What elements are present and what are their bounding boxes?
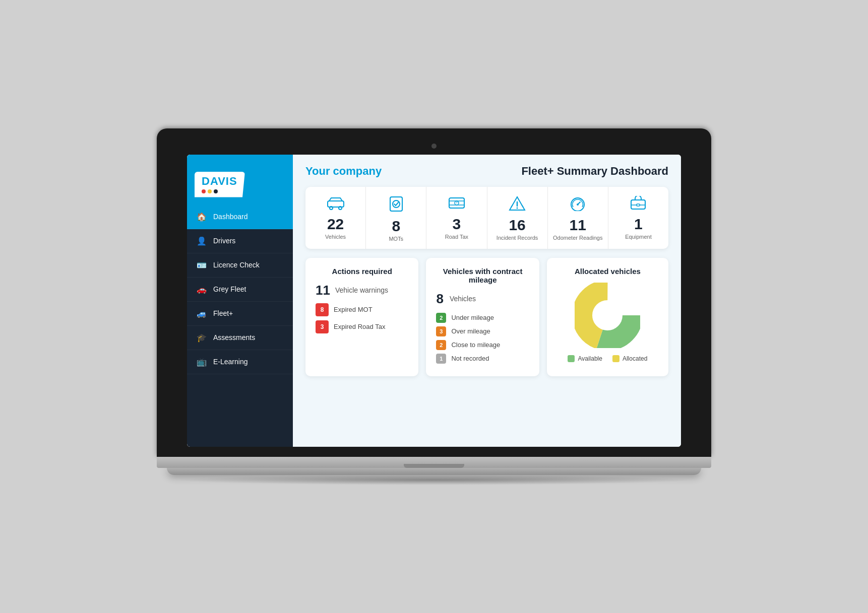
sidebar-item-grey-fleet[interactable]: 🚗 Grey Fleet [187,278,293,302]
allocated-vehicles-card: Allocated vehicles [547,258,668,376]
sidebar-label-elearning: E-Learning [213,358,248,366]
sidebar-label-drivers: Drivers [213,237,235,245]
mots-label: MOTs [389,236,403,242]
contract-mileage-card: Vehicles with contract mileage 8 Vehicle… [426,258,539,376]
svg-rect-0 [328,201,344,207]
dot-yellow [208,189,212,193]
camera [431,144,437,149]
incident-icon [509,196,526,214]
pie-chart [575,283,640,348]
stat-road-tax[interactable]: 3 Road Tax [426,187,487,249]
actions-required-card: Actions required 11 Vehicle warnings 8 E… [305,258,418,376]
sidebar-item-dashboard[interactable]: 🏠 Dashboard [187,205,293,229]
close-mileage-badge: 2 [436,340,446,350]
car-icon-fleet: 🚙 [196,309,207,318]
mots-icon [389,196,404,215]
incident-count: 16 [509,218,525,233]
vehicles-icon [327,196,345,213]
laptop-foot [167,468,701,475]
vehicles-count: 22 [327,217,344,232]
svg-point-10 [517,207,518,209]
contract-mileage-title: Vehicles with contract mileage [436,267,529,284]
logo-dots [202,189,238,193]
actions-required-title: Actions required [316,267,408,276]
odometer-count: 11 [570,218,586,233]
stat-odometer[interactable]: 11 Odometer Readings [548,187,608,249]
under-mileage-badge: 2 [436,313,446,323]
under-mileage-label: Under mileage [451,314,494,321]
under-mileage-row[interactable]: 2 Under mileage [436,313,529,323]
expired-road-tax-label: Expired Road Tax [334,323,385,330]
sidebar-label-fleet-plus: Fleet+ [213,309,233,317]
screen-bezel: DAVIS 🏠 Dashboard 👤 [157,128,711,457]
mileage-total-count: 8 [436,291,443,307]
laptop-base [157,457,711,468]
sidebar-item-elearning[interactable]: 📺 E-Learning [187,350,293,374]
sidebar-item-drivers[interactable]: 👤 Drivers [187,229,293,253]
vehicle-warnings-count: 11 [316,283,330,298]
legend-dot-allocated [612,355,619,362]
home-icon: 🏠 [196,212,207,222]
not-recorded-badge: 1 [436,354,446,364]
over-mileage-label: Over mileage [451,327,490,335]
allocated-vehicles-title: Allocated vehicles [557,267,658,276]
logo-badge: DAVIS [195,172,245,197]
expired-road-tax-row[interactable]: 3 Expired Road Tax [316,320,408,333]
incident-label: Incident Records [497,235,538,241]
vehicle-warnings-row: 11 Vehicle warnings [316,283,408,298]
road-tax-label: Road Tax [445,234,468,240]
stat-vehicles[interactable]: 22 Vehicles [305,187,366,249]
not-recorded-row[interactable]: 1 Not recorded [436,354,529,364]
equipment-icon [630,196,646,213]
elearning-icon: 📺 [196,357,207,367]
mileage-total-row: 8 Vehicles [436,291,529,307]
sidebar-label-grey-fleet: Grey Fleet [213,285,246,293]
pie-svg [575,283,640,348]
logo-area: DAVIS [187,155,293,205]
mileage-total-label: Vehicles [450,295,476,303]
sidebar-label-dashboard: Dashboard [213,213,248,221]
person-icon: 👤 [196,236,207,246]
svg-point-13 [577,203,579,206]
expired-mot-row[interactable]: 8 Expired MOT [316,303,408,316]
sidebar-item-licence-check[interactable]: 🪪 Licence Check [187,253,293,278]
expired-mot-label: Expired MOT [334,306,373,313]
svg-point-2 [339,207,342,210]
close-mileage-label: Close to mileage [451,341,500,349]
legend-dot-available [568,355,575,362]
stats-row: 22 Vehicles 8 MOTs [305,187,668,249]
car-icon-grey: 🚗 [196,285,207,294]
pie-legend: Available Allocated [568,355,647,362]
vehicle-warnings-label: Vehicle warnings [335,286,388,294]
equipment-count: 1 [634,217,643,232]
odometer-icon [569,196,586,214]
dashboard-title: Fleet+ Summary Dashboard [521,165,668,178]
not-recorded-label: Not recorded [451,355,489,362]
laptop-shadow [177,475,691,485]
vehicles-label: Vehicles [325,234,346,240]
svg-rect-15 [637,204,640,206]
sidebar-item-assessments[interactable]: 🎓 Assessments [187,326,293,350]
screen: DAVIS 🏠 Dashboard 👤 [187,155,681,447]
nav-items: 🏠 Dashboard 👤 Drivers 🪪 Licence Check 🚗 … [187,205,293,447]
odometer-label: Odometer Readings [553,235,602,241]
svg-rect-4 [390,197,402,211]
laptop-frame: DAVIS 🏠 Dashboard 👤 [157,128,711,485]
stat-equipment[interactable]: 1 Equipment [608,187,668,249]
sidebar-item-fleet-plus[interactable]: 🚙 Fleet+ [187,302,293,326]
stat-mots[interactable]: 8 MOTs [366,187,426,249]
dot-red [202,189,206,193]
legend-label-available: Available [578,355,602,362]
main-content: Your company Fleet+ Summary Dashboard [293,155,681,447]
id-card-icon: 🪪 [196,260,207,270]
company-name: Your company [305,165,382,178]
expired-mot-badge: 8 [316,303,329,316]
stat-incident[interactable]: 16 Incident Records [487,187,548,249]
over-mileage-row[interactable]: 3 Over mileage [436,326,529,336]
close-mileage-row[interactable]: 2 Close to mileage [436,340,529,350]
expired-road-tax-badge: 3 [316,320,329,333]
over-mileage-badge: 3 [436,326,446,336]
svg-rect-14 [631,200,645,209]
road-tax-icon [448,196,465,213]
sidebar: DAVIS 🏠 Dashboard 👤 [187,155,293,447]
